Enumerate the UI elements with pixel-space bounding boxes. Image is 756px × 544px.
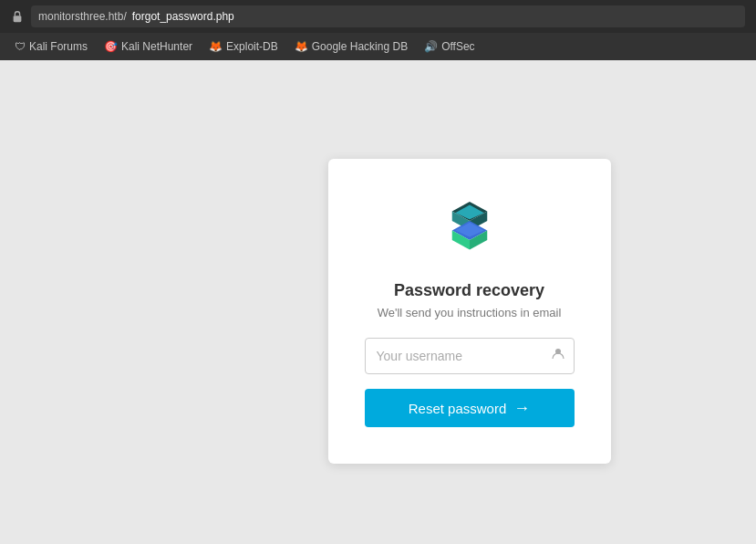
kali-forums-icon: 🛡 <box>15 40 26 53</box>
bookmark-kali-nethunter[interactable]: 🎯 Kali NetHunter <box>97 38 200 55</box>
card-title: Password recovery <box>394 281 544 300</box>
bookmark-kali-forums[interactable]: 🛡 Kali Forums <box>7 38 95 55</box>
browser-security-icons <box>11 10 24 23</box>
url-prefix: monitorsthree.htb/ <box>38 10 127 23</box>
user-icon <box>551 347 565 365</box>
username-input-wrapper <box>365 338 575 374</box>
kali-forums-label: Kali Forums <box>29 40 88 53</box>
password-recovery-card: Password recovery We'll send you instruc… <box>328 159 611 464</box>
browser-titlebar: monitorsthree.htb/forgot_password.php <box>0 0 756 33</box>
arrow-right-icon: → <box>513 399 530 418</box>
google-hacking-db-icon: 🦊 <box>295 40 308 53</box>
offsec-icon: 🔊 <box>424 40 438 53</box>
app-logo <box>438 195 502 263</box>
exploit-db-icon: 🦊 <box>209 40 223 53</box>
google-hacking-db-label: Google Hacking DB <box>312 40 408 53</box>
reset-password-button[interactable]: Reset password → <box>365 389 575 427</box>
card-subtitle: We'll send you instructions in email <box>378 306 562 319</box>
logo-svg <box>438 195 502 259</box>
bookmark-offsec[interactable]: 🔊 OffSec <box>417 38 482 55</box>
kali-nethunter-label: Kali NetHunter <box>121 40 192 53</box>
offsec-label: OffSec <box>441 40 474 53</box>
page-content: Password recovery We'll send you instruc… <box>0 60 756 544</box>
url-path: forgot_password.php <box>132 10 234 23</box>
bookmarks-bar: 🛡 Kali Forums 🎯 Kali NetHunter 🦊 Exploit… <box>0 33 756 60</box>
reset-button-label: Reset password <box>409 401 507 416</box>
lock-icon <box>11 10 24 23</box>
svg-rect-0 <box>14 16 22 22</box>
bookmark-google-hacking-db[interactable]: 🦊 Google Hacking DB <box>287 38 415 55</box>
address-bar[interactable]: monitorsthree.htb/forgot_password.php <box>31 5 745 27</box>
kali-nethunter-icon: 🎯 <box>104 40 118 53</box>
bookmark-exploit-db[interactable]: 🦊 Exploit-DB <box>202 38 285 55</box>
username-input[interactable] <box>365 338 575 374</box>
exploit-db-label: Exploit-DB <box>226 40 278 53</box>
